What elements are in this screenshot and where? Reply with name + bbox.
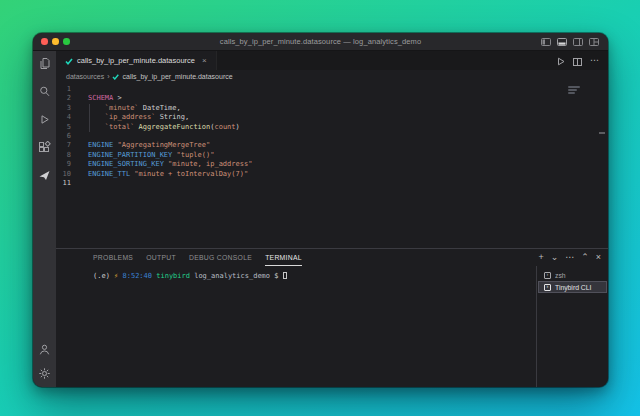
breadcrumb-separator: › — [107, 73, 109, 80]
terminal-instance-label: zsh — [555, 272, 566, 279]
terminal-instance-list: zshTinybird CLI — [536, 266, 608, 387]
line-number: 4 — [56, 113, 71, 122]
line-number: 6 — [56, 132, 71, 141]
account-icon[interactable] — [38, 343, 51, 356]
breadcrumb-folder[interactable]: datasources — [66, 73, 104, 80]
minimize-window-button[interactable] — [52, 38, 59, 45]
split-editor-icon[interactable] — [573, 52, 582, 70]
terminal-instance-tinybird-cli[interactable]: Tinybird CLI — [538, 281, 607, 293]
close-window-button[interactable] — [41, 38, 48, 45]
indent-guide — [89, 104, 90, 132]
editor-more-actions-icon[interactable]: ⋯ — [590, 56, 599, 65]
title-bar: calls_by_ip_per_minute.datasource — log_… — [33, 33, 608, 51]
code-line[interactable]: ENGINE_TTL "minute + toIntervalDay(7)" — [88, 170, 608, 179]
maximize-panel-button[interactable]: ⌃ — [581, 253, 589, 262]
explorer-icon[interactable] — [38, 57, 51, 70]
code-editor[interactable]: 1234567891011 SCHEMA > `minute` DateTime… — [56, 83, 608, 248]
line-number: 11 — [56, 179, 71, 188]
terminal-icon — [544, 272, 551, 279]
panel-tab-debug-console[interactable]: DEBUG CONSOLE — [189, 249, 252, 266]
tinybird-extension-icon[interactable] — [38, 169, 51, 182]
close-panel-button[interactable]: × — [596, 253, 601, 262]
terminal-profile-dropdown[interactable]: ⌄ — [551, 253, 559, 262]
new-terminal-button[interactable]: + — [538, 253, 543, 262]
line-number: 9 — [56, 160, 71, 169]
line-number: 1 — [56, 85, 71, 94]
breadcrumb-file[interactable]: calls_by_ip_per_minute.datasource — [122, 73, 232, 80]
tab-close-icon[interactable]: × — [202, 56, 207, 65]
search-icon[interactable] — [38, 85, 51, 98]
tab-calls-by-ip-per-minute-datasource[interactable]: calls_by_ip_per_minute.datasource × — [56, 51, 217, 70]
tinybird-datasource-file-icon — [112, 73, 119, 80]
toggle-panel-icon[interactable] — [557, 38, 567, 46]
vscode-window: calls_by_ip_per_minute.datasource — log_… — [33, 33, 608, 387]
overview-ruler-mark — [599, 132, 605, 134]
editor-tab-bar: calls_by_ip_per_minute.datasource × ⋯ — [56, 51, 608, 70]
code-line[interactable]: ENGINE_SORTING_KEY "minute, ip_address" — [88, 160, 608, 169]
terminal-instance-zsh[interactable]: zsh — [538, 269, 607, 281]
breadcrumb: datasources › calls_by_ip_per_minute.dat… — [56, 70, 608, 83]
code-line[interactable]: ENGINE "AggregatingMergeTree" — [88, 141, 608, 150]
desktop-background: calls_by_ip_per_minute.datasource — log_… — [0, 0, 640, 416]
panel-header: PROBLEMSOUTPUTDEBUG CONSOLETERMINAL +⌄⋯⌃… — [56, 249, 608, 266]
maximize-window-button[interactable] — [63, 38, 70, 45]
panel-tab-problems[interactable]: PROBLEMS — [93, 249, 133, 266]
activity-bar — [33, 51, 56, 387]
toggle-sidebar-left-icon[interactable] — [541, 38, 551, 46]
panel-more-actions-button[interactable]: ⋯ — [565, 253, 574, 262]
code-line[interactable]: `ip_address` String, — [88, 113, 608, 122]
code-line[interactable]: `minute` DateTime, — [88, 104, 608, 113]
tab-label: calls_by_ip_per_minute.datasource — [77, 56, 195, 65]
line-number: 10 — [56, 170, 71, 179]
settings-gear-icon[interactable] — [38, 367, 51, 380]
panel-tab-output[interactable]: OUTPUT — [146, 249, 176, 266]
terminal-prompt: (.e) ⚡ 8:52:40 tinybird log_analytics_de… — [93, 271, 536, 281]
editor-code[interactable]: SCHEMA > `minute` DateTime, `ip_address`… — [71, 85, 608, 248]
code-line[interactable] — [88, 179, 608, 188]
window-title: calls_by_ip_per_minute.datasource — log_… — [33, 37, 608, 46]
panel-tab-terminal[interactable]: TERMINAL — [265, 249, 302, 266]
editor-gutter: 1234567891011 — [56, 85, 71, 248]
bottom-panel: PROBLEMSOUTPUTDEBUG CONSOLETERMINAL +⌄⋯⌃… — [56, 248, 608, 387]
code-line[interactable]: `total` AggregateFunction(count) — [88, 123, 608, 132]
line-number: 7 — [56, 141, 71, 150]
terminal-icon — [544, 284, 551, 291]
minimap[interactable] — [568, 86, 582, 95]
toggle-sidebar-right-icon[interactable] — [573, 38, 583, 46]
panel-tabs: PROBLEMSOUTPUTDEBUG CONSOLETERMINAL — [93, 249, 302, 266]
code-line[interactable] — [88, 85, 608, 94]
line-number: 5 — [56, 123, 71, 132]
line-number: 2 — [56, 94, 71, 103]
run-and-debug-icon[interactable] — [38, 113, 51, 126]
tinybird-datasource-file-icon — [65, 57, 73, 65]
code-line[interactable]: ENGINE_PARTITION_KEY "tuple()" — [88, 151, 608, 160]
customize-layout-icon[interactable] — [589, 38, 599, 46]
line-number: 3 — [56, 104, 71, 113]
terminal-output[interactable]: (.e) ⚡ 8:52:40 tinybird log_analytics_de… — [56, 266, 536, 387]
extensions-icon[interactable] — [38, 141, 51, 154]
code-line[interactable] — [88, 132, 608, 141]
panel-actions: +⌄⋯⌃× — [538, 253, 608, 262]
terminal-cursor — [283, 272, 287, 280]
code-line[interactable]: SCHEMA > — [88, 94, 608, 103]
window-controls — [33, 38, 70, 45]
run-file-icon[interactable] — [557, 52, 565, 70]
line-number: 8 — [56, 151, 71, 160]
terminal-instance-label: Tinybird CLI — [555, 284, 591, 291]
